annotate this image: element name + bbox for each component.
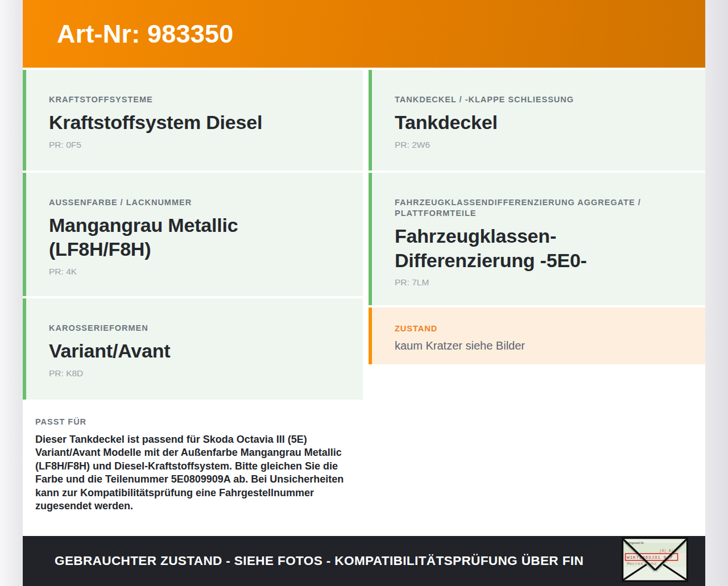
footer-banner-text: GEBRAUCHTER ZUSTAND - SIEHE FOTOS - KOMP… <box>55 554 584 568</box>
compatibility-description: Dieser Tankdeckel ist passend für Skoda … <box>35 433 354 513</box>
card-label: ZUSTAND <box>395 323 685 334</box>
card-zustand: ZUSTAND kaum Kratzer siehe Bilder <box>369 307 705 364</box>
card-title: Tankdeckel <box>395 110 685 135</box>
pr-code: PR: K8D <box>49 368 342 379</box>
condition-text: kaum Kratzer siehe Bilder <box>395 339 685 352</box>
column-right: TANKDECKEL / -KLAPPE SCHLIESSUNG Tankdec… <box>369 70 705 536</box>
crossed-registration-document-image: Fahrgestell-Nr. |4| A|A W1K71463J31 8 7 … <box>622 537 688 582</box>
card-tankdeckel: TANKDECKEL / -KLAPPE SCHLIESSUNG Tankdec… <box>369 70 705 171</box>
card-label: KAROSSERIEFORMEN <box>49 323 342 334</box>
card-aussenfarbe: AUSSENFARBE / LACKNUMMER Mangangrau Meta… <box>23 173 363 296</box>
page: Art-Nr: 983350 KRAFTSTOFFSYSTEME Kraftst… <box>0 0 728 586</box>
card-title: Kraftstoffsystem Diesel <box>49 110 342 135</box>
card-title: Fahrzeugklassen-Differenzierung -5E0- <box>395 224 685 272</box>
card-title: Variant/Avant <box>49 339 342 363</box>
header-banner: Art-Nr: 983350 <box>23 0 705 68</box>
card-passt-fuer: PASST FÜR Dieser Tankdeckel ist passend … <box>23 402 363 534</box>
content-area: KRAFTSTOFFSYSTEME Kraftstoffsystem Diese… <box>23 68 705 536</box>
card-label: AUSSENFARBE / LACKNUMMER <box>49 197 342 208</box>
card-label: KRAFTSTOFFSYSTEME <box>49 94 342 105</box>
product-sheet: Art-Nr: 983350 KRAFTSTOFFSYSTEME Kraftst… <box>23 0 705 586</box>
pr-code: PR: 7LM <box>395 277 685 288</box>
card-label: TANKDECKEL / -KLAPPE SCHLIESSUNG <box>395 94 685 105</box>
article-number-title: Art-Nr: 983350 <box>57 19 233 49</box>
pr-code: PR: 2W6 <box>395 140 685 150</box>
card-fahrzeugklassen: FAHRZEUGKLASSENDIFFERENZIERUNG AGGREGATE… <box>369 173 705 305</box>
brand-text: Mecres-Benz <box>627 561 657 566</box>
column-left: KRAFTSTOFFSYSTEME Kraftstoffsystem Diese… <box>23 70 363 536</box>
card-title: Mangangrau Metallic (LF8H/F8H) <box>49 213 342 261</box>
card-kraftstoffsystem: KRAFTSTOFFSYSTEME Kraftstoffsystem Diese… <box>23 70 363 171</box>
card-karosserieform: KAROSSERIEFORMEN Variant/Avant PR: K8D <box>23 298 363 400</box>
card-label: PASST FÜR <box>35 417 354 427</box>
pr-code: PR: 0F5 <box>49 140 342 150</box>
pr-code: PR: 4K <box>49 267 342 277</box>
footer-bar: GEBRAUCHTER ZUSTAND - SIEHE FOTOS - KOMP… <box>23 536 705 586</box>
card-label: FAHRZEUGKLASSENDIFFERENZIERUNG AGGREGATE… <box>395 197 685 219</box>
